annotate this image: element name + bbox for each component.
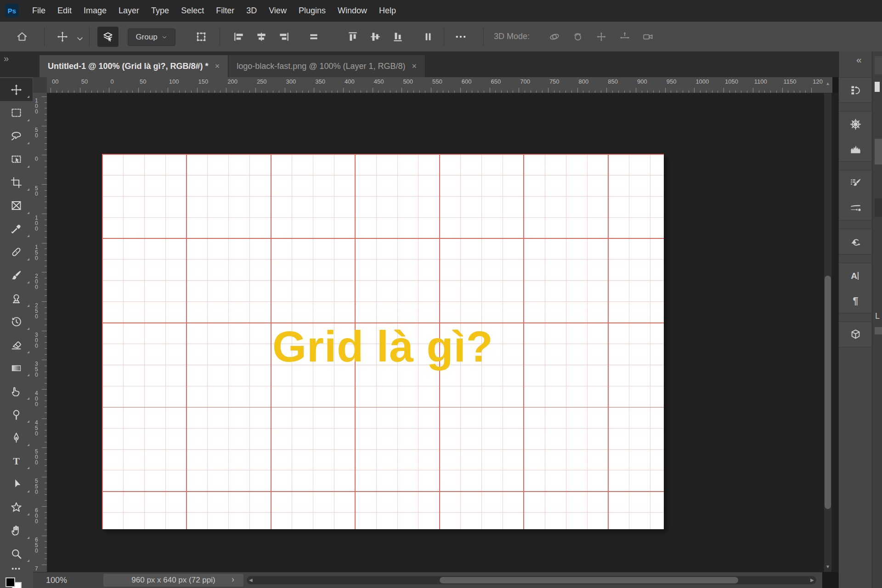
show-transform-controls-icon[interactable] bbox=[195, 30, 208, 43]
ruler-label: 1100 bbox=[754, 78, 767, 85]
brushes-panel-icon[interactable] bbox=[839, 195, 872, 220]
ruler-minor-tick bbox=[571, 90, 572, 93]
pen-tool[interactable] bbox=[0, 426, 33, 449]
distribute-h-icon[interactable] bbox=[421, 30, 435, 43]
ruler-minor-tick bbox=[144, 90, 145, 93]
tab-overflow-left-button[interactable]: » bbox=[4, 53, 9, 64]
type-tool[interactable]: T bbox=[0, 449, 33, 472]
edit-toolbar-button[interactable]: ••• bbox=[0, 565, 33, 572]
ruler-label: 100 bbox=[169, 78, 179, 85]
document-tab-1[interactable]: Untitled-1 @ 100% (Grid là gì?, RGB/8#) … bbox=[40, 55, 228, 77]
object-selection-tool[interactable] bbox=[0, 148, 33, 171]
ruler-tick bbox=[373, 88, 373, 93]
ruler-minor-tick bbox=[653, 90, 654, 93]
document-tab-2[interactable]: logo-black-fast.png @ 100% (Layer 1, RGB… bbox=[228, 55, 425, 77]
3d-orbit-icon[interactable] bbox=[548, 30, 561, 43]
menu-item-type[interactable]: Type bbox=[145, 0, 175, 21]
scroll-right-arrow[interactable]: ▶ bbox=[810, 577, 814, 582]
lasso-tool[interactable] bbox=[0, 124, 33, 147]
menu-item-help[interactable]: Help bbox=[373, 0, 402, 21]
ruler-minor-tick bbox=[191, 90, 192, 93]
history-brush-tool[interactable] bbox=[0, 310, 33, 333]
menu-item-3d[interactable]: 3D bbox=[240, 0, 263, 21]
doc-info-chevron[interactable]: › bbox=[232, 575, 234, 584]
3d-slide-icon[interactable] bbox=[618, 30, 632, 43]
align-left-icon[interactable] bbox=[232, 30, 246, 43]
collapse-panels-button[interactable]: « bbox=[856, 54, 862, 65]
ruler-tick bbox=[285, 88, 285, 93]
hand-tool[interactable] bbox=[0, 519, 33, 542]
align-bottom-icon[interactable] bbox=[391, 30, 405, 43]
ruler-minor-tick bbox=[45, 319, 47, 319]
ruler-tick bbox=[42, 360, 47, 360]
menu-item-filter[interactable]: Filter bbox=[210, 0, 240, 21]
chevron-down-icon[interactable] bbox=[74, 32, 86, 45]
align-center-h-icon[interactable] bbox=[254, 30, 268, 43]
horizontal-ruler: 0050050100150200250300350400450500550600… bbox=[47, 77, 832, 93]
character-panel-icon[interactable]: A bbox=[839, 263, 872, 288]
document-info-field[interactable]: 960 px x 640 px (72 ppi) bbox=[103, 574, 243, 587]
distribute-v-icon[interactable] bbox=[307, 30, 321, 43]
horizontal-scrollbar-thumb[interactable] bbox=[440, 577, 738, 583]
scroll-up-arrow[interactable]: ▲ bbox=[825, 81, 830, 86]
menu-item-file[interactable]: File bbox=[26, 0, 51, 21]
scroll-down-arrow[interactable]: ▼ bbox=[825, 564, 830, 569]
move-tool-icon[interactable] bbox=[56, 30, 69, 43]
more-options-button[interactable]: ••• bbox=[456, 33, 467, 40]
align-top-icon[interactable] bbox=[346, 30, 360, 43]
spot-healing-brush-tool[interactable] bbox=[0, 241, 33, 264]
dodge-tool[interactable] bbox=[0, 403, 33, 426]
tab-close-icon[interactable]: × bbox=[215, 62, 220, 71]
ruler-tick bbox=[42, 447, 47, 448]
custom-shape-tool[interactable] bbox=[0, 496, 33, 519]
histogram-panel-icon[interactable] bbox=[839, 136, 872, 161]
menu-item-plugins[interactable]: Plugins bbox=[293, 0, 332, 21]
frame-tool[interactable] bbox=[0, 194, 33, 217]
auto-select-target-dropdown[interactable]: Group bbox=[128, 28, 175, 46]
brush-settings-panel-icon[interactable] bbox=[839, 170, 872, 195]
foreground-color-swatch[interactable] bbox=[6, 577, 15, 587]
crop-tool[interactable] bbox=[0, 171, 33, 194]
menu-item-edit[interactable]: Edit bbox=[51, 0, 78, 21]
tab-close-icon[interactable]: × bbox=[412, 62, 417, 71]
eyedropper-tool[interactable] bbox=[0, 217, 33, 240]
brush-tool[interactable] bbox=[0, 264, 33, 287]
gradient-tool[interactable] bbox=[0, 356, 33, 379]
3d-camera-icon[interactable] bbox=[641, 30, 655, 43]
clone-source-panel-icon[interactable] bbox=[839, 229, 872, 254]
3d-panel-icon[interactable] bbox=[839, 322, 872, 347]
ruler-tick bbox=[42, 126, 47, 126]
menu-item-select[interactable]: Select bbox=[175, 0, 210, 21]
ruler-minor-tick bbox=[326, 90, 326, 93]
3d-pan-icon[interactable] bbox=[594, 30, 608, 43]
history-panel-icon[interactable] bbox=[839, 78, 872, 102]
path-selection-tool[interactable] bbox=[0, 473, 33, 496]
menu-item-image[interactable]: Image bbox=[78, 0, 113, 21]
menu-item-layer[interactable]: Layer bbox=[113, 0, 145, 21]
align-middle-icon[interactable] bbox=[368, 30, 382, 43]
clone-stamp-tool[interactable] bbox=[0, 287, 33, 310]
zoom-tool[interactable] bbox=[0, 542, 33, 565]
3d-roll-icon[interactable] bbox=[571, 30, 585, 43]
status-bar: 100% 960 px x 640 px (72 ppi) › ◀ ▶ bbox=[33, 572, 822, 588]
ruler-tick bbox=[694, 88, 695, 93]
paragraph-panel-icon[interactable]: ¶ bbox=[839, 288, 872, 313]
ruler-minor-tick bbox=[677, 90, 677, 93]
menu-item-view[interactable]: View bbox=[263, 0, 293, 21]
ruler-label: 150 bbox=[198, 78, 209, 85]
ruler-minor-tick bbox=[68, 90, 68, 93]
align-right-icon[interactable] bbox=[277, 30, 291, 43]
color-swatches[interactable] bbox=[0, 572, 33, 588]
move-tool[interactable] bbox=[0, 78, 33, 101]
smudge-tool[interactable] bbox=[0, 380, 33, 403]
eraser-tool[interactable] bbox=[0, 334, 33, 356]
navigator-panel-icon[interactable] bbox=[839, 112, 872, 136]
auto-select-layers-button[interactable] bbox=[97, 27, 119, 47]
home-icon[interactable] bbox=[16, 30, 28, 43]
vertical-scrollbar-thumb[interactable] bbox=[825, 276, 831, 509]
scroll-left-arrow[interactable]: ◀ bbox=[249, 577, 253, 582]
menu-item-window[interactable]: Window bbox=[332, 0, 373, 21]
rectangular-marquee-tool[interactable] bbox=[0, 102, 33, 124]
zoom-level-field[interactable]: 100% bbox=[46, 576, 67, 585]
document-canvas[interactable]: Grid là gì? bbox=[102, 154, 664, 529]
